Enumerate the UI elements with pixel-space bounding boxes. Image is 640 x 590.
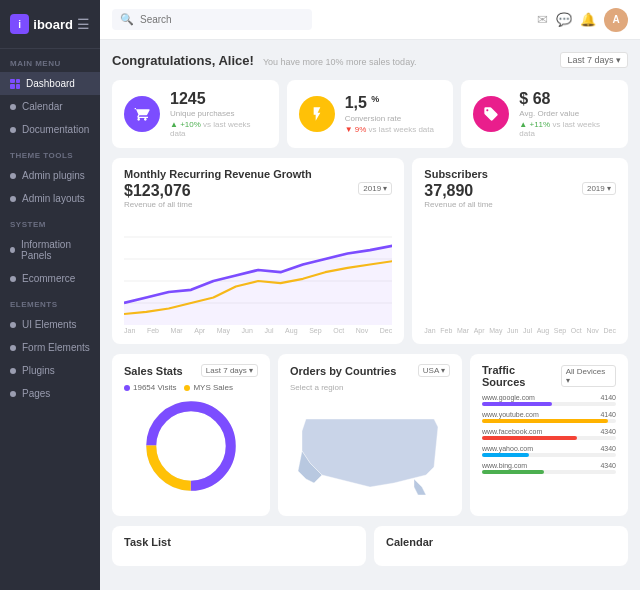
- revenue-chart-card: Monthly Recurring Revenue Growth $123,07…: [112, 158, 404, 344]
- cart-icon: [134, 106, 150, 122]
- subscribers-chart-area: [424, 215, 616, 325]
- traffic-bar-bg: [482, 402, 616, 406]
- stat-label-purchases: Unique purchases: [170, 109, 267, 118]
- search-box[interactable]: 🔍: [112, 9, 312, 30]
- topbar: 🔍 ✉ 💬 🔔 A: [100, 0, 640, 40]
- stat-label-order: Avg. Order value: [519, 109, 616, 118]
- traffic-site: www.youtube.com: [482, 411, 539, 418]
- dashboard-icon: [10, 79, 20, 89]
- sidebar-item-label: Form Elements: [22, 342, 90, 353]
- sidebar-item-label: Plugins: [22, 365, 55, 376]
- stat-value-conversion: 1,5 %: [345, 94, 442, 112]
- pages-icon: [10, 391, 16, 397]
- subscribers-chart-value: 37,890: [424, 182, 492, 200]
- traffic-sources-header: Traffic Sources All Devices ▾: [482, 364, 616, 388]
- notification-icon[interactable]: 🔔: [580, 12, 596, 27]
- traffic-sources-title: Traffic Sources: [482, 364, 561, 388]
- sidebar-item-admin-layouts[interactable]: Admin layouts: [0, 187, 100, 210]
- sidebar-item-form-elements[interactable]: Form Elements: [0, 336, 100, 359]
- legend-sales-label: MYS Sales: [193, 383, 233, 392]
- revenue-chart-area: [124, 215, 392, 325]
- ui-icon: [10, 322, 16, 328]
- traffic-label: www.bing.com 4340: [482, 462, 616, 469]
- traffic-bar-bg: [482, 453, 616, 457]
- traffic-value: 4140: [600, 411, 616, 418]
- traffic-bar-fill: [482, 402, 552, 406]
- layout-icon: [10, 196, 16, 202]
- logo-icon: i: [10, 14, 29, 34]
- calendar-card: Calendar: [374, 526, 628, 566]
- traffic-label: www.youtube.com 4140: [482, 411, 616, 418]
- sidebar-item-label: Dashboard: [26, 78, 75, 89]
- device-select[interactable]: All Devices ▾: [561, 365, 616, 387]
- revenue-chart-sublabel: Revenue of all time: [124, 200, 312, 209]
- sidebar-item-admin-plugins[interactable]: Admin plugins: [0, 164, 100, 187]
- date-range-badge[interactable]: Last 7 days ▾: [560, 52, 628, 68]
- revenue-year-select[interactable]: 2019 ▾: [358, 182, 392, 195]
- elements-label: ELEMENTS: [0, 290, 100, 313]
- stat-change-order: ▲ +11% vs last weeks data: [519, 120, 616, 138]
- visits-dot: [124, 385, 130, 391]
- traffic-site: www.facebook.com: [482, 428, 542, 435]
- sidebar-logo: i iboard ☰: [0, 0, 100, 49]
- traffic-value: 4140: [600, 394, 616, 401]
- country-select[interactable]: USA ▾: [418, 364, 450, 377]
- search-input[interactable]: [140, 14, 304, 25]
- sidebar-item-plugins[interactable]: Plugins: [0, 359, 100, 382]
- traffic-label: www.yahoo.com 4340: [482, 445, 616, 452]
- subscribers-year-select[interactable]: 2019 ▾: [582, 182, 616, 195]
- sidebar-item-label: UI Elements: [22, 319, 76, 330]
- svg-marker-4: [124, 246, 392, 325]
- sidebar: i iboard ☰ MAIN MENU Dashboard Calendar …: [0, 0, 100, 590]
- sidebar-item-label: Admin layouts: [22, 193, 85, 204]
- sales-date-select[interactable]: Last 7 days ▾: [201, 364, 258, 377]
- ecommerce-icon: [10, 276, 16, 282]
- sidebar-item-label: Pages: [22, 388, 50, 399]
- avatar[interactable]: A: [604, 8, 628, 32]
- sales-stats-title: Sales Stats: [124, 365, 183, 377]
- email-icon[interactable]: ✉: [537, 12, 548, 27]
- conversion-icon-wrap: [299, 96, 335, 132]
- main-menu-label: MAIN MENU: [0, 49, 100, 72]
- documentation-icon: [10, 127, 16, 133]
- traffic-value: 4340: [600, 428, 616, 435]
- traffic-bar-bg: [482, 436, 616, 440]
- traffic-bar-fill: [482, 436, 577, 440]
- sidebar-item-dashboard[interactable]: Dashboard: [0, 72, 100, 95]
- region-select-label[interactable]: Select a region: [290, 383, 450, 392]
- donut-legend: 19654 Visits MYS Sales: [124, 383, 258, 392]
- form-icon: [10, 345, 16, 351]
- orders-countries-card: Orders by Countries USA ▾ Select a regio…: [278, 354, 462, 516]
- sidebar-item-documentation[interactable]: Documentation: [0, 118, 100, 141]
- subscribers-chart-sublabel: Revenue of all time: [424, 200, 492, 209]
- charts-row: Monthly Recurring Revenue Growth $123,07…: [112, 158, 628, 344]
- legend-visits-label: 19654 Visits: [133, 383, 176, 392]
- menu-hamburger-icon[interactable]: ☰: [77, 16, 90, 32]
- revenue-chart-header: Monthly Recurring Revenue Growth $123,07…: [124, 168, 392, 209]
- sidebar-item-ui-elements[interactable]: UI Elements: [0, 313, 100, 336]
- stat-value-purchases: 1245: [170, 90, 267, 108]
- stat-card-order: $ 68 Avg. Order value ▲ +11% vs last wee…: [461, 80, 628, 148]
- sidebar-item-ecommerce[interactable]: Ecommerce: [0, 267, 100, 290]
- bottom-row: Sales Stats Last 7 days ▾ 19654 Visits M…: [112, 354, 628, 516]
- plugins-icon: [10, 368, 16, 374]
- traffic-site: www.bing.com: [482, 462, 527, 469]
- orders-countries-header: Orders by Countries USA ▾: [290, 364, 450, 377]
- main-area: 🔍 ✉ 💬 🔔 A Congratulations, Alice! You ha…: [100, 0, 640, 590]
- traffic-site: www.google.com: [482, 394, 535, 401]
- sidebar-item-calendar[interactable]: Calendar: [0, 95, 100, 118]
- revenue-chart-value: $123,076: [124, 182, 312, 200]
- traffic-sources-card: Traffic Sources All Devices ▾ www.google…: [470, 354, 628, 516]
- donut-svg: [146, 401, 236, 491]
- traffic-label: www.google.com 4140: [482, 394, 616, 401]
- sidebar-item-pages[interactable]: Pages: [0, 382, 100, 405]
- donut-chart: [124, 396, 258, 496]
- traffic-row: www.facebook.com 4340: [482, 428, 616, 440]
- calendar-icon: [10, 104, 16, 110]
- stat-info-purchases: 1245 Unique purchases ▲ +10% vs last wee…: [170, 90, 267, 138]
- sidebar-item-information-panels[interactable]: Information Panels: [0, 233, 100, 267]
- revenue-x-labels: JanFebMarAprMayJunJulAugSepOctNovDec: [124, 327, 392, 334]
- legend-visits: 19654 Visits: [124, 383, 176, 392]
- theme-tools-label: THEME TOOLS: [0, 141, 100, 164]
- chat-icon[interactable]: 💬: [556, 12, 572, 27]
